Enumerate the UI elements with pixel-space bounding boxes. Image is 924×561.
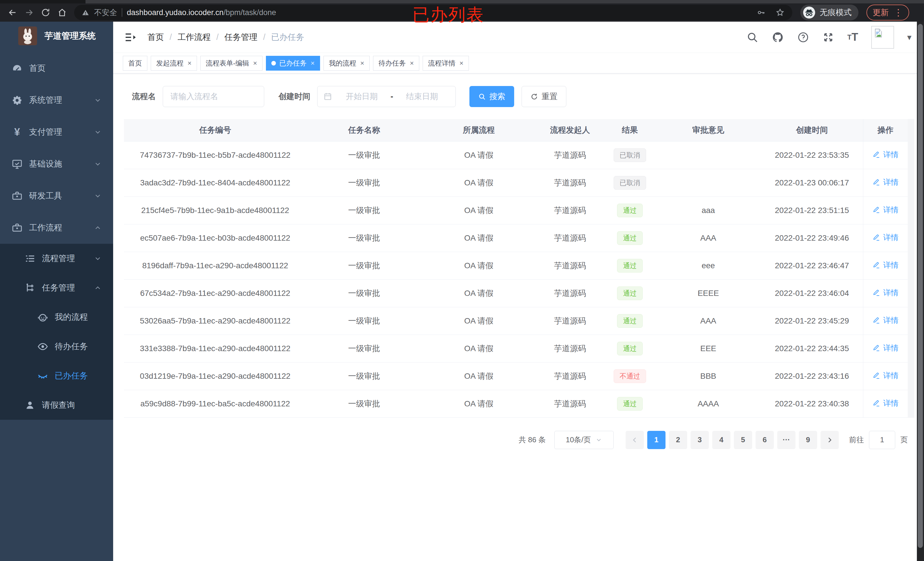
reset-button[interactable]: 重置	[522, 86, 566, 107]
detail-link[interactable]: 详情	[872, 398, 898, 408]
search-button[interactable]: 搜索	[470, 86, 514, 107]
search-icon[interactable]	[747, 31, 758, 43]
hamburger-icon[interactable]	[124, 31, 137, 44]
github-icon[interactable]	[771, 31, 784, 43]
create-time-range-picker[interactable]: 开始日期 - 结束日期	[317, 86, 456, 107]
detail-link[interactable]: 详情	[872, 232, 898, 242]
start-date-placeholder[interactable]: 开始日期	[334, 91, 389, 102]
cell-actions: 详情	[863, 362, 908, 390]
scrollbar-thumb[interactable]	[918, 24, 923, 548]
goto-page-input[interactable]	[869, 431, 895, 449]
sidebar-item-devtools[interactable]: 研发工具	[0, 180, 113, 212]
breadcrumb-item[interactable]: 首页	[147, 31, 164, 43]
page-button-4[interactable]: 4	[712, 431, 730, 449]
close-tab-icon[interactable]: ×	[360, 59, 364, 67]
next-page-button[interactable]	[820, 431, 839, 449]
tab-待办任务[interactable]: 待办任务×	[373, 56, 419, 70]
process-name-input[interactable]	[163, 86, 264, 107]
sidebar-item-system[interactable]: 系统管理	[0, 84, 113, 116]
detail-link[interactable]: 详情	[872, 150, 898, 160]
search-button-icon	[478, 93, 486, 100]
back-button[interactable]	[5, 5, 20, 20]
detail-link[interactable]: 详情	[872, 315, 898, 326]
cell-create-time: 2022-01-22 23:51:15	[761, 196, 863, 224]
url-text[interactable]: dashboard.yudao.iocoder.cn/bpm/task/done	[127, 8, 276, 17]
cell-process: OA 请假	[422, 169, 536, 196]
cell-result: 通过	[604, 224, 656, 252]
close-tab-icon[interactable]: ×	[459, 59, 464, 67]
cell-create-time: 2022-01-23 00:06:17	[761, 169, 863, 196]
page-scrollbar[interactable]	[917, 22, 924, 561]
cell-process: OA 请假	[422, 141, 536, 169]
page-button-3[interactable]: 3	[691, 431, 709, 449]
detail-link[interactable]: 详情	[872, 343, 898, 353]
sidebar-item-payment[interactable]: ¥支付管理	[0, 116, 113, 148]
sidebar-item-my-process[interactable]: 我的流程	[0, 302, 113, 332]
cell-process: OA 请假	[422, 279, 536, 307]
breadcrumb-item[interactable]: 任务管理	[224, 31, 257, 43]
tab-发起流程[interactable]: 发起流程×	[151, 56, 197, 70]
text-size-icon[interactable]: TT	[848, 31, 858, 43]
pager-ellipsis[interactable]: ···	[777, 431, 795, 449]
gear-icon	[11, 94, 23, 106]
result-tag: 不通过	[614, 370, 646, 383]
sidebar-item-infra[interactable]: 基础设施	[0, 148, 113, 180]
browser-menu-icon[interactable]: ⋮	[894, 8, 903, 17]
cell-actions: 详情	[863, 169, 908, 196]
cell-comment	[656, 169, 761, 196]
sidebar-item-home[interactable]: 首页	[0, 52, 113, 84]
breadcrumb-item[interactable]: 工作流程	[177, 31, 211, 43]
tab-流程表单-编辑[interactable]: 流程表单-编辑×	[200, 56, 262, 70]
sidebar-item-done-tasks[interactable]: 已办任务	[0, 361, 113, 390]
sidebar-item-todo-tasks[interactable]: 待办任务	[0, 332, 113, 361]
detail-link[interactable]: 详情	[872, 287, 898, 298]
cell-starter: 芋道源码	[536, 252, 604, 279]
security-label[interactable]: 不安全	[94, 7, 117, 18]
close-tab-icon[interactable]: ×	[253, 59, 257, 67]
sidebar-item-task-mgmt[interactable]: 任务管理	[0, 273, 113, 302]
close-tab-icon[interactable]: ×	[410, 59, 414, 67]
password-key-icon[interactable]	[756, 8, 765, 17]
fullscreen-icon[interactable]	[822, 31, 834, 43]
tab-流程详情[interactable]: 流程详情×	[423, 56, 469, 70]
close-tab-icon[interactable]: ×	[310, 59, 315, 67]
prev-page-button[interactable]	[626, 431, 644, 449]
tab-我的流程[interactable]: 我的流程×	[324, 56, 370, 70]
page-button-9[interactable]: 9	[799, 431, 817, 449]
cell-result: 通过	[604, 279, 656, 307]
page-button-5[interactable]: 5	[734, 431, 752, 449]
tab-首页[interactable]: 首页	[123, 56, 147, 70]
bookmark-star-icon[interactable]	[775, 8, 785, 17]
detail-link[interactable]: 详情	[872, 260, 898, 270]
cell-process: OA 请假	[422, 224, 536, 252]
cell-starter: 芋道源码	[536, 169, 604, 196]
sidebar-menu: 首页系统管理¥支付管理基础设施研发工具工作流程流程管理任务管理我的流程待办任务已…	[0, 52, 113, 420]
page-button-1[interactable]: 1	[647, 431, 666, 449]
help-icon[interactable]	[797, 31, 809, 43]
sidebar-item-leave-query[interactable]: 请假查询	[0, 390, 113, 420]
app-logo-row[interactable]: 芋道管理系统	[0, 22, 113, 50]
cell-task-name: 一级审批	[306, 362, 422, 390]
browser-active-tab[interactable]	[0, 0, 86, 3]
sidebar-item-workflow[interactable]: 工作流程	[0, 212, 113, 244]
detail-link[interactable]: 详情	[872, 205, 898, 215]
avatar[interactable]	[871, 26, 894, 49]
forward-button[interactable]	[22, 5, 36, 20]
close-tab-icon[interactable]: ×	[188, 59, 192, 67]
caret-down-icon[interactable]: ▾	[907, 32, 912, 42]
result-tag: 已取消	[614, 176, 646, 190]
page-button-2[interactable]: 2	[669, 431, 687, 449]
cell-starter: 芋道源码	[536, 362, 604, 390]
detail-link[interactable]: 详情	[872, 371, 898, 381]
home-button[interactable]	[55, 5, 69, 20]
update-button[interactable]: 更新 ⋮	[866, 4, 909, 21]
detail-link[interactable]: 详情	[872, 177, 898, 187]
pencil-icon	[872, 344, 880, 352]
update-label[interactable]: 更新	[873, 7, 889, 18]
tab-已办任务[interactable]: 已办任务×	[266, 56, 320, 70]
page-button-6[interactable]: 6	[756, 431, 774, 449]
page-size-select[interactable]: 10条/页	[554, 431, 614, 449]
end-date-placeholder[interactable]: 结束日期	[394, 91, 450, 102]
reload-button[interactable]	[38, 5, 53, 20]
sidebar-item-process-mgmt[interactable]: 流程管理	[0, 244, 113, 273]
